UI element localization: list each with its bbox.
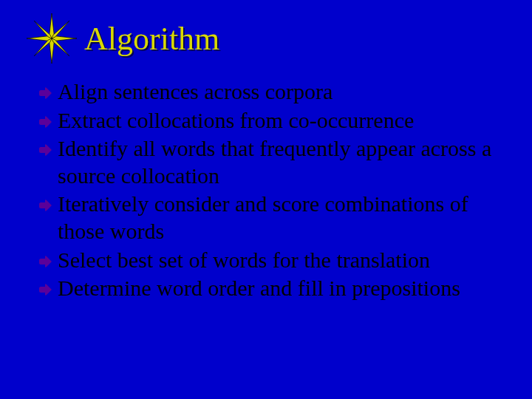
hand-point-icon — [37, 279, 53, 300]
hand-point-icon — [37, 112, 53, 132]
hand-point-icon — [37, 83, 53, 103]
list-item: Select best set of words for the transla… — [37, 247, 505, 274]
bullet-text: Identify all words that frequently appea… — [58, 135, 505, 189]
list-item: Determine word order and fill in preposi… — [37, 275, 505, 302]
slide-title: Algorithm — [84, 20, 219, 58]
bullet-text: Iteratively consider and score combinati… — [58, 191, 505, 245]
svg-marker-7 — [34, 21, 52, 38]
bullet-text: Extract collocations from co-occurrence — [58, 107, 505, 134]
list-item: Extract collocations from co-occurrence — [37, 107, 505, 134]
bullet-text: Align sentences across corpora — [58, 78, 505, 106]
title-row: Algorithm — [27, 13, 505, 64]
svg-marker-5 — [52, 38, 69, 56]
slide: Algorithm Align sentences across corpora… — [0, 0, 532, 399]
list-item: Identify all words that frequently appea… — [37, 135, 505, 189]
list-item: Iteratively consider and score combinati… — [37, 191, 505, 245]
hand-point-icon — [37, 140, 53, 160]
bullet-list: Align sentences across corpora Extract c… — [27, 78, 505, 302]
hand-point-icon — [37, 251, 53, 272]
hand-point-icon — [37, 195, 53, 216]
bullet-text: Select best set of words for the transla… — [58, 247, 505, 274]
bullet-text: Determine word order and fill in preposi… — [58, 275, 505, 302]
svg-marker-4 — [52, 21, 69, 38]
starburst-icon — [27, 13, 77, 64]
svg-marker-6 — [34, 38, 52, 56]
list-item: Align sentences across corpora — [37, 78, 505, 106]
